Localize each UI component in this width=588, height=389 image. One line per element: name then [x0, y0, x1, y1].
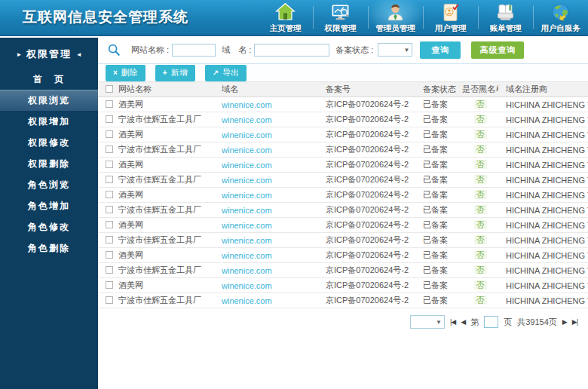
- page-size-select[interactable]: ▼: [410, 315, 445, 329]
- filing-status-cell: 已备案: [415, 97, 462, 112]
- site-name-input[interactable]: [172, 44, 216, 57]
- sidebar-item-permission-browse[interactable]: 权限浏览: [0, 90, 98, 111]
- sidebar: ► 权限管理 ◄ 首 页 权限浏览 权限增加 权限修改 权限删除 角色浏览 角色…: [0, 38, 98, 389]
- row-checkbox[interactable]: [106, 236, 113, 244]
- row-checkbox[interactable]: [106, 221, 113, 228]
- site-name-cell: 宁波市佳辉五金工具厂: [118, 175, 201, 184]
- nav-item-billing[interactable]: 账单管理: [478, 0, 533, 35]
- domain-link[interactable]: winenice.com: [222, 206, 272, 215]
- col-filing-status: 备案状态: [415, 82, 462, 97]
- registrar-cell: HICHINA ZHICHENG TECHNOLOGY: [498, 248, 588, 263]
- sidebar-item-role-browse[interactable]: 角色浏览: [0, 174, 98, 195]
- registrar-cell: HICHINA ZHICHENG TECHNOLOGY: [498, 233, 588, 248]
- sidebar-item-role-delete[interactable]: 角色删除: [0, 237, 98, 259]
- domain-link[interactable]: winenice.com: [222, 176, 272, 185]
- table-row: 酒美网 winenice.com 京ICP备07020624号-2 已备案 否 …: [98, 218, 588, 233]
- sidebar-item-permission-add[interactable]: 权限增加: [0, 111, 98, 132]
- domain-link[interactable]: winenice.com: [222, 191, 272, 200]
- site-name-cell: 酒美网: [118, 160, 143, 169]
- table-row: 酒美网 winenice.com 京ICP备07020624号-2 已备案 否 …: [98, 248, 588, 263]
- domain-link[interactable]: winenice.com: [222, 296, 272, 305]
- billing-book-icon: [495, 2, 516, 23]
- sidebar-item-role-edit[interactable]: 角色修改: [0, 216, 98, 237]
- registrar-cell: HICHINA ZHICHENG TECHNOLOGY: [498, 218, 588, 233]
- row-checkbox[interactable]: [106, 296, 113, 304]
- row-checkbox[interactable]: [106, 281, 113, 289]
- filing-no-cell: 京ICP备07020624号-2: [318, 248, 415, 263]
- registrar-cell: HICHINA ZHICHENG TECHNOLOGY: [498, 112, 588, 127]
- domain-link[interactable]: winenice.com: [222, 281, 272, 290]
- last-page-button[interactable]: ▶|: [572, 318, 577, 326]
- filing-status-cell: 已备案: [415, 188, 462, 203]
- sidebar-item-permission-edit[interactable]: 权限修改: [0, 132, 98, 153]
- row-checkbox[interactable]: [106, 206, 113, 213]
- table-row: 宁波市佳辉五金工具厂 winenice.com 京ICP备07020624号-2…: [98, 293, 588, 308]
- domain-link[interactable]: winenice.com: [222, 221, 272, 230]
- page-number-input[interactable]: [484, 316, 498, 328]
- delete-button[interactable]: × 删除: [106, 65, 145, 81]
- row-checkbox[interactable]: [106, 266, 113, 274]
- blacklist-flag: 否: [474, 190, 487, 199]
- row-checkbox[interactable]: [106, 191, 113, 198]
- nav-label: 主页管理: [270, 23, 302, 34]
- prev-page-button[interactable]: ◀: [461, 318, 465, 326]
- sidebar-item-role-add[interactable]: 角色增加: [0, 195, 98, 216]
- filing-no-cell: 京ICP备07020624号-2: [318, 188, 415, 203]
- first-page-button[interactable]: |◀: [450, 318, 455, 326]
- domain-link[interactable]: winenice.com: [222, 130, 272, 139]
- advanced-query-button[interactable]: 高级查询: [471, 41, 524, 59]
- export-button[interactable]: ↗ 导出: [205, 65, 247, 81]
- filing-status-select[interactable]: ▼: [378, 43, 412, 57]
- filing-status-cell: 已备案: [415, 142, 462, 158]
- table-row: 酒美网 winenice.com 京ICP备07020624号-2 已备案 否 …: [98, 278, 588, 293]
- domain-link[interactable]: winenice.com: [222, 266, 272, 275]
- table-row: 酒美网 winenice.com 京ICP备07020624号-2 已备案 否 …: [98, 97, 588, 112]
- col-registrar: 域名注册商: [498, 82, 588, 97]
- select-all-checkbox[interactable]: [106, 85, 113, 93]
- registrar-cell: HICHINA ZHICHENG TECHNOLOGY: [498, 203, 588, 218]
- sidebar-item-permission-delete[interactable]: 权限删除: [0, 153, 98, 174]
- table-row: 酒美网 winenice.com 京ICP备07020624号-2 已备案 否 …: [98, 188, 588, 203]
- add-button[interactable]: + 新增: [155, 65, 195, 81]
- row-checkbox[interactable]: [106, 145, 113, 153]
- home-icon: [274, 2, 296, 23]
- row-checkbox[interactable]: [106, 161, 113, 168]
- registrar-cell: HICHINA ZHICHENG TECHNOLOGY: [498, 142, 588, 158]
- query-button[interactable]: 查询: [420, 41, 461, 59]
- domain-link[interactable]: winenice.com: [222, 251, 272, 260]
- registrar-cell: HICHINA ZHICHENG TECHNOLOGY: [498, 158, 588, 173]
- site-name-cell: 酒美网: [118, 190, 143, 199]
- table-row: 宁波市佳辉五金工具厂 winenice.com 京ICP备07020624号-2…: [98, 173, 588, 188]
- export-button-label: 导出: [222, 67, 239, 78]
- table-row: 宁波市佳辉五金工具厂 winenice.com 京ICP备07020624号-2…: [98, 203, 588, 218]
- add-button-label: 新增: [171, 67, 188, 78]
- nav-item-users[interactable]: 用户管理: [423, 0, 478, 35]
- row-checkbox[interactable]: [106, 130, 113, 138]
- domain-link[interactable]: winenice.com: [222, 100, 272, 109]
- filing-no-cell: 京ICP备07020624号-2: [318, 158, 415, 173]
- table-row: 酒美网 winenice.com 京ICP备07020624号-2 已备案 否 …: [98, 127, 588, 142]
- top-nav: 主页管理 权限管理 管理员管理: [258, 0, 588, 35]
- site-name-cell: 酒美网: [118, 100, 143, 109]
- registrar-cell: HICHINA ZHICHENG TECHNOLOGY: [498, 188, 588, 203]
- blacklist-flag: 否: [474, 235, 487, 244]
- domain-link[interactable]: winenice.com: [222, 161, 272, 170]
- domain-input[interactable]: [254, 44, 329, 57]
- row-checkbox[interactable]: [106, 100, 113, 108]
- nav-item-self-service[interactable]: 用户自服务: [533, 0, 588, 35]
- domain-link[interactable]: winenice.com: [222, 236, 272, 245]
- domain-link[interactable]: winenice.com: [222, 115, 272, 124]
- main-content: 网站名称 : 域 名 : 备案状态 : ▼ 查询 高级查询 × 删除 + 新增 …: [98, 36, 588, 387]
- row-checkbox[interactable]: [106, 176, 113, 183]
- admin-person-icon: [384, 2, 406, 23]
- chevron-down-icon: ▼: [436, 319, 442, 326]
- sidebar-item-home[interactable]: 首 页: [0, 69, 98, 90]
- domain-link[interactable]: winenice.com: [222, 145, 272, 155]
- next-page-button[interactable]: ▶: [562, 318, 567, 326]
- nav-item-permissions[interactable]: 权限管理: [313, 0, 368, 35]
- nav-item-home[interactable]: 主页管理: [258, 0, 313, 35]
- nav-item-admins[interactable]: 管理员管理: [368, 0, 423, 35]
- filing-status-cell: 已备案: [415, 293, 462, 308]
- row-checkbox[interactable]: [106, 251, 113, 259]
- row-checkbox[interactable]: [106, 115, 113, 123]
